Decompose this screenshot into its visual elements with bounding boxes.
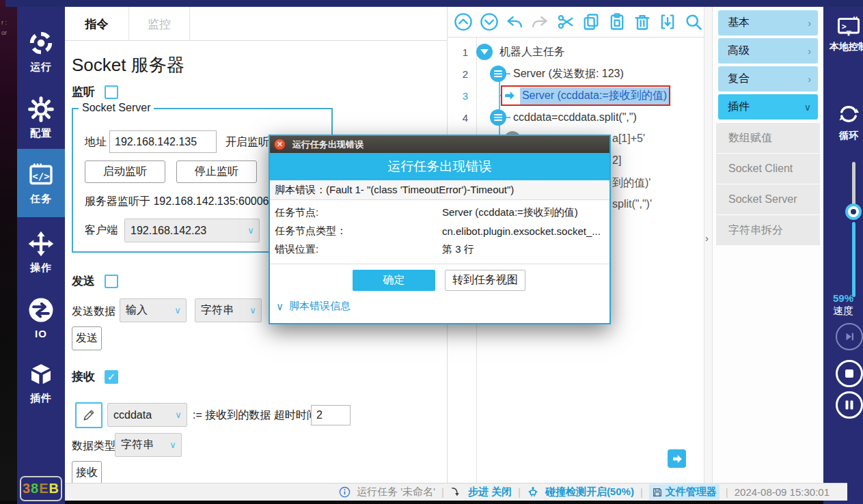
collapse-node-icon[interactable]	[476, 44, 493, 60]
task-node-type-value: cn.elibot.plugin.exsocket.socket_...	[442, 225, 601, 237]
info-icon	[339, 486, 351, 498]
receive-type-dropdown[interactable]: 字符串 ∨	[115, 433, 182, 457]
tree-row[interactable]: 2 Server (发送数据: 123)	[448, 63, 704, 85]
arrow-node-icon	[504, 88, 516, 103]
stop-button[interactable]	[836, 360, 863, 387]
speed-slider-track-lower[interactable]	[852, 222, 855, 297]
line-number: 4	[448, 112, 476, 124]
script-error-text: 脚本错误：(Fault 1- "(class 'TimeoutError')-T…	[270, 180, 609, 200]
sidebar-item-plugin[interactable]: 插件	[17, 350, 65, 415]
next-step-button[interactable]	[668, 449, 686, 468]
address-input[interactable]: 192.168.142.135	[109, 130, 217, 153]
category-plugin[interactable]: 插件∨	[718, 94, 818, 120]
tree-row[interactable]: 1 机器人主任务	[448, 41, 704, 63]
send-type-dropdown[interactable]: 字符串 ∨	[195, 298, 262, 322]
search-icon[interactable]	[683, 12, 704, 33]
insert-icon[interactable]	[657, 12, 678, 33]
receive-label: 接收	[72, 369, 95, 384]
sidebar-item-config[interactable]: 配置	[17, 85, 65, 150]
timeout-input[interactable]: 2	[311, 405, 351, 425]
receive-button[interactable]: 接收	[72, 461, 102, 485]
error-position-label: 错误位置:	[275, 243, 442, 256]
run-code-badge: 38EB	[20, 476, 62, 501]
pause-button[interactable]	[836, 391, 863, 419]
cut-icon[interactable]	[556, 12, 576, 33]
gear-icon	[27, 96, 55, 123]
step-mode-text[interactable]: 步进 关闭	[468, 486, 512, 499]
category-label: 插件	[728, 100, 750, 114]
sidebar-item-label: IO	[35, 328, 47, 339]
edit-variable-button[interactable]	[75, 402, 102, 428]
app-root: r : or 运行 配置 </> 任务 操作 IO 插件 38EB	[0, 0, 863, 504]
goto-task-view-button[interactable]: 转到任务视图	[445, 270, 525, 291]
dialog-header: 运行任务出现错误	[270, 153, 609, 180]
sidebar-item-task[interactable]: </> 任务	[17, 149, 65, 217]
ok-button[interactable]: 确定	[353, 270, 435, 291]
chevron-down-icon: ∨	[276, 300, 284, 313]
script-error-details-link[interactable]: ∨ 脚本错误信息	[276, 300, 351, 313]
pause-icon	[844, 400, 855, 410]
local-control-item[interactable]: >_ 本地控制	[829, 16, 863, 53]
receive-checkbox[interactable]: ✓	[105, 370, 118, 384]
category-composite[interactable]: 复合›	[718, 66, 818, 92]
send-source-dropdown[interactable]: 输入 ∨	[120, 298, 187, 322]
collapse-panel-arrow[interactable]: ›	[705, 232, 709, 244]
client-label: 客户端	[85, 223, 118, 238]
send-checkbox[interactable]	[105, 275, 118, 288]
paste-icon[interactable]	[606, 12, 627, 33]
chevron-down-icon: ∨	[170, 410, 187, 420]
redo-icon[interactable]	[530, 12, 550, 33]
desktop-text-fragment: r :	[1, 19, 7, 26]
speed-slider-handle[interactable]	[845, 204, 862, 220]
chevron-right-icon: ›	[808, 46, 811, 57]
badge-char: B	[49, 481, 59, 496]
stop-listen-button[interactable]: 停止监听	[176, 160, 257, 183]
loop-label: 循环	[839, 130, 858, 142]
sidebar-item-operate[interactable]: 操作	[17, 220, 65, 285]
delete-icon[interactable]	[632, 12, 653, 33]
desktop-corner	[0, 0, 5, 7]
start-listen-button[interactable]: 启动监听	[85, 160, 165, 183]
client-dropdown[interactable]: 192.168.142.23 ∨	[124, 219, 260, 242]
collision-detect-text[interactable]: 碰撞检测开启(50%)	[545, 486, 634, 499]
plugin-item-socket-server[interactable]: Socket Server	[716, 184, 820, 214]
category-advanced[interactable]: 高级›	[718, 38, 818, 64]
receive-variable-value: ccddata	[108, 409, 170, 421]
move-down-icon[interactable]	[478, 12, 499, 33]
line-number: 2	[448, 68, 476, 80]
category-basic[interactable]: 基本›	[718, 10, 818, 36]
svg-text:</>: </>	[32, 170, 50, 181]
badge-char: E	[39, 481, 49, 496]
listen-checkbox[interactable]	[105, 85, 118, 99]
tab-command[interactable]: 指令	[65, 7, 128, 41]
move-up-icon[interactable]	[453, 12, 474, 33]
send-button[interactable]: 发送	[72, 326, 102, 350]
plugin-item-socket-client[interactable]: Socket Client	[716, 154, 820, 184]
send-row: 发送	[72, 273, 118, 289]
sidebar-item-run[interactable]: 运行	[17, 19, 65, 84]
tree-row[interactable]: 4 ccddata=ccddata.split(",")	[448, 107, 704, 128]
step-run-button[interactable]	[836, 323, 863, 350]
undo-icon[interactable]	[504, 12, 525, 33]
category-label: 基本	[728, 16, 750, 30]
plugin-item-string-split[interactable]: 字符串拆分	[716, 215, 820, 245]
close-icon[interactable]: ✕	[274, 139, 286, 150]
tree-node-fragment: split(",")'	[612, 198, 652, 210]
copy-icon[interactable]	[581, 12, 601, 33]
chevron-down-icon: ∨	[169, 305, 186, 316]
tree-node-fragment: a[1]+5'	[612, 132, 645, 145]
loop-item[interactable]: 循环	[829, 101, 863, 142]
receive-variable-dropdown[interactable]: ccddata ∨	[107, 403, 187, 427]
plugin-item-array-assign[interactable]: 数组赋值	[716, 123, 820, 153]
arrow-right-icon	[671, 453, 683, 465]
status-bar: 运行任务 '未命名' | 步进 关闭 | 碰撞检测开启(50%) | 文件管理器…	[65, 483, 847, 501]
sidebar-item-io[interactable]: IO	[17, 285, 65, 350]
collision-robot-icon	[527, 486, 539, 499]
listen-label: 监听	[72, 84, 95, 100]
selected-node-box[interactable]: Server (ccddata:=接收到的值)	[501, 85, 670, 106]
error-position-value: 第 3 行	[442, 243, 474, 256]
chevron-right-icon: ›	[808, 74, 811, 85]
tab-monitor[interactable]: 监控	[128, 7, 190, 41]
divider: |	[640, 486, 643, 498]
file-manager-item[interactable]: 文件管理器	[649, 484, 720, 500]
